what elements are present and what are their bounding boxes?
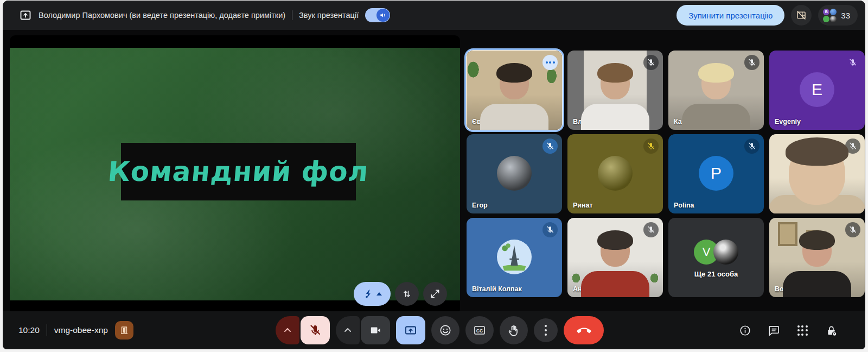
person-silhouette [601,234,630,267]
raise-hand-button[interactable] [500,316,528,344]
tile-more-options-button[interactable] [542,55,558,70]
participant-tile[interactable]: Владислав Рубан [567,51,663,130]
activities-button[interactable] [795,323,809,337]
mini-avatar [830,16,837,22]
participant-tile[interactable]: Ринат [567,134,663,213]
presenter-status-text: Володимир Пархомович (ви ведете презента… [39,11,285,20]
meeting-details-button[interactable] [738,323,752,337]
mic-options-button[interactable] [276,316,299,344]
annotate-icon [363,288,374,299]
participant-tile[interactable]: P Polina [668,134,764,213]
person-silhouette [480,104,548,130]
present-screen-button[interactable] [396,316,425,344]
annotate-button[interactable] [354,282,391,306]
camera-options-button[interactable] [336,316,360,344]
chevron-up-icon [341,324,354,337]
expand-icon [430,288,441,299]
end-call-button[interactable] [564,316,604,344]
captions-icon: CC [473,324,486,337]
lock-icon [825,324,838,337]
participant-name: Ринат [573,202,593,209]
participant-name: Evgeniy [775,118,801,125]
reactions-button[interactable] [431,316,459,344]
participant-tile[interactable]: Володимир Пархом... [769,218,865,297]
presenting-screen-icon [19,9,32,22]
door-icon [119,325,129,335]
participant-tile[interactable]: Анна Ярошук [567,218,663,297]
person-silhouette [581,104,649,130]
mic-muted-icon [744,55,760,70]
presentation-tile[interactable]: Командний фол [10,35,460,315]
participant-tile[interactable]: Віталій Колпак [467,218,562,297]
swap-tiles-button[interactable] [395,282,419,306]
chat-icon [768,324,780,337]
person-silhouette [581,271,649,297]
top-bar-right: Зупинити презентацію B 33 [676,5,858,26]
meeting-info: 10:20 vmg-obee-xnp [18,311,133,349]
participants-grid: Євгенія Шевченко [467,51,865,297]
avatar-initial: E [812,80,822,99]
participant-tile[interactable]: Катерина ЄРЬОМЕН... [668,51,764,130]
dot [545,329,547,332]
presentation-sound-toggle[interactable] [365,8,390,22]
presentation-controls [354,282,447,306]
info-icon [739,324,751,337]
speaker-icon [376,9,390,22]
slide-title: Командний фол [107,156,370,187]
participant-tile[interactable]: V Ще 21 особа [668,218,764,297]
emoji-icon [439,324,452,337]
hand-icon [507,324,520,337]
camera-control [336,316,390,344]
participant-video [584,51,647,130]
person-silhouette [783,271,851,297]
presentation-slide: Командний фол [10,48,460,300]
apps-grid-icon [797,325,808,336]
fullscreen-button[interactable] [423,282,447,306]
participant-tile[interactable]: Євгенія Шевченко [467,51,562,130]
breakout-rooms-button[interactable] [115,321,133,340]
slide-title-box: Командний фол [121,143,356,200]
participant-tile[interactable]: Архип ЄРЬОМЕНКО [769,134,865,213]
mic-muted-icon [542,139,558,154]
camera-button[interactable] [361,316,390,344]
avatar [598,156,633,191]
person-silhouette [500,67,529,99]
participant-name: Ще 21 особа [668,270,764,278]
eiffel-tower-icon [497,240,532,274]
call-controls: CC [276,316,604,344]
avatar: E [800,72,834,107]
layout-disabled-button[interactable] [791,5,812,26]
presentation-sound-label: Звук презентації [299,11,359,20]
mic-muted-icon [643,139,659,154]
camera-icon [369,324,382,337]
mini-avatar [830,9,837,15]
meeting-code: vmg-obee-xnp [54,325,108,335]
mic-mute-button[interactable] [301,316,330,344]
stop-presentation-button[interactable]: Зупинити презентацію [676,5,784,26]
divider [292,10,292,20]
avatar: P [699,156,733,191]
presentation-status-group: Володимир Пархомович (ви ведете презента… [19,8,390,22]
participant-tile[interactable]: E Evgeniy [769,51,865,130]
person-silhouette [601,67,630,99]
more-options-button[interactable] [534,318,558,342]
person-silhouette [789,143,845,205]
chat-button[interactable] [767,323,781,337]
svg-text:CC: CC [476,328,483,334]
participant-count-value: 33 [841,11,850,20]
present-screen-icon [404,324,417,337]
participant-name: Егор [472,202,488,209]
avatar-illustration [497,240,532,274]
avatar-initial: P [711,164,722,183]
mini-avatar: B [823,9,829,15]
person-silhouette [682,104,750,130]
overflow-avatar [713,240,738,265]
captions-button[interactable]: CC [465,316,494,344]
participant-count[interactable]: B 33 [818,5,858,26]
participant-name: Віталій Колпак [472,285,522,293]
mic-off-icon [309,324,322,337]
dot [545,325,547,328]
host-controls-button[interactable] [824,323,838,337]
top-bar: Володимир Пархомович (ви ведете презента… [3,1,865,30]
participant-tile[interactable]: Егор [467,134,562,213]
